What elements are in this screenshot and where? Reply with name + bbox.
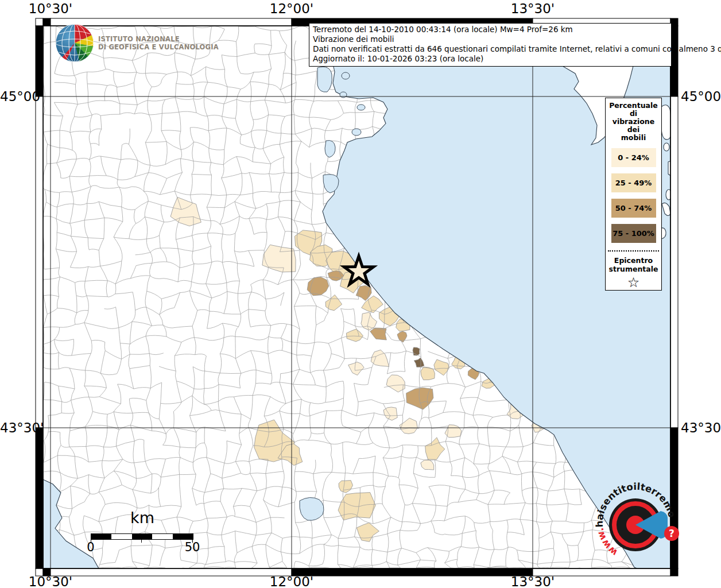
last-updated: Aggiornato il: 10-01-2026 03:23 (ora loc…	[313, 54, 668, 64]
ingv-name-line2: DI GEOFISICA E VULCANOLOGIA	[98, 43, 219, 51]
data-source: Dati non verificati estratti da 646 ques…	[313, 44, 668, 54]
scale-start-label: 0	[84, 540, 98, 554]
scale-tick	[141, 540, 142, 543]
ingv-wordmark: ISTITUTO NAZIONALE DI GEOFISICA E VULCAN…	[98, 35, 219, 51]
epicenter-star-icon: ☆	[606, 275, 661, 290]
legend-title-line: di	[606, 110, 661, 118]
lon-label-bottom-1: 10°30'	[23, 574, 78, 588]
haisentitoilterremoto-logo: ? www.haisentitoilterremoto.it	[594, 482, 680, 568]
event-info-box: Terremoto del 14-10-2010 00:43:14 (ora l…	[309, 23, 672, 67]
delta-pond	[342, 72, 350, 79]
island	[664, 143, 669, 151]
logo-question-mark: ?	[669, 528, 675, 539]
legend-title-line: mobili	[606, 134, 661, 142]
legend-title-line: dei	[606, 126, 661, 134]
legend-title-line: vibrazione	[606, 118, 661, 126]
legend-separator	[608, 250, 659, 252]
epicenter-label-line2: strumentale	[606, 265, 661, 273]
lake-trasimeno	[300, 497, 324, 520]
scale-segment	[132, 534, 152, 539]
lon-label-bottom-2: 12°00'	[264, 574, 319, 588]
lon-label-top-3: 13°30'	[505, 1, 560, 16]
venice-lagoon	[317, 67, 332, 92]
legend-label: 0 - 24%	[618, 153, 649, 162]
delta-pond	[357, 105, 365, 110]
epicenter-label-line1: Epicentro	[606, 256, 661, 265]
event-title: Terremoto del 14-10-2010 00:43:14 (ora l…	[313, 25, 668, 34]
legend-swatch-50-74: 50 - 74%	[611, 199, 656, 218]
ingv-globe-icon	[55, 23, 95, 63]
lat-label-right-1: 45°00'	[681, 89, 721, 104]
map-subject: Vibrazione dei mobili	[313, 34, 668, 44]
legend-label: 25 - 49%	[615, 179, 652, 187]
scale-segment	[173, 534, 193, 539]
logo-text-tld: .it	[594, 482, 596, 485]
map-page: 10°30' 12°00' 13°30' 10°30' 12°00' 13°30…	[0, 0, 721, 588]
scale-end-label: 50	[181, 540, 204, 554]
legend-title: Percentuale di vibrazione dei mobili	[606, 102, 661, 142]
legend-swatch-25-49: 25 - 49%	[611, 173, 656, 192]
legend-swatch-0-24: 0 - 24%	[611, 148, 656, 167]
ingv-logo: ISTITUTO NAZIONALE DI GEOFISICA E VULCAN…	[55, 23, 244, 67]
scale-unit-label: km	[115, 509, 170, 527]
scale-bar	[91, 533, 193, 540]
legend-swatch-75-100: 75 - 100%	[611, 224, 656, 243]
scale-segment	[152, 534, 172, 539]
legend-label: 75 - 100%	[613, 229, 654, 238]
epicenter-legend-label: Epicentro strumentale	[606, 256, 661, 273]
ingv-name-line1: ISTITUTO NAZIONALE	[98, 35, 219, 43]
lat-label-left-2: 43°30'	[0, 420, 33, 435]
lat-label-right-2: 43°30'	[681, 420, 721, 435]
lon-label-bottom-3: 13°30'	[505, 574, 560, 588]
scale-segment	[111, 534, 131, 539]
lon-label-top-1: 10°30'	[23, 1, 78, 16]
delta-pond	[352, 129, 361, 136]
lat-label-left-1: 45°00'	[0, 89, 33, 104]
legend-label: 50 - 74%	[615, 204, 652, 212]
legend: Percentuale di vibrazione dei mobili 0 -…	[605, 98, 662, 291]
scale-segment	[91, 534, 111, 539]
lon-label-top-2: 12°00'	[264, 1, 319, 16]
legend-title-line: Percentuale	[606, 102, 661, 110]
